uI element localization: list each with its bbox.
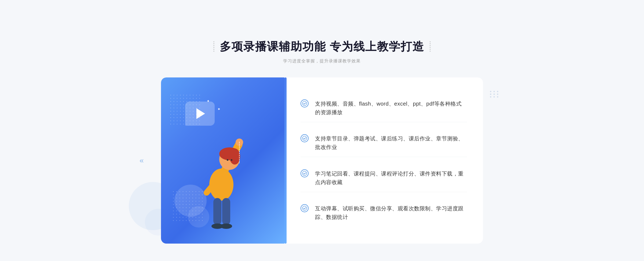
header-section: 多项录播课辅助功能 专为线上教学打造 学习进度全掌握，提升录播课教学效果 [213, 39, 431, 64]
svg-rect-10 [222, 198, 230, 225]
svg-point-14 [302, 101, 307, 106]
svg-point-16 [302, 171, 307, 176]
svg-point-5 [229, 148, 240, 165]
page-subtitle: 学习进度全掌握，提升录播课教学效果 [213, 58, 431, 64]
check-icon-2 [301, 134, 309, 142]
check-icon-4 [301, 204, 309, 212]
feature-text-1: 支持视频、音频、flash、word、excel、ppt、pdf等各种格式的资源… [315, 99, 467, 117]
check-icon-1 [301, 99, 309, 107]
left-separator-icon [213, 41, 214, 52]
feature-item-2: 支持章节目录、弹题考试、课后练习、课后作业、章节测验、批改作业 [301, 129, 467, 157]
illustration-panel: ✦ ✦ [161, 77, 284, 244]
svg-point-12 [220, 223, 232, 229]
feature-item-4: 互动弹幕、试听购买、微信分享、观看次数限制、学习进度跟踪、数据统计 [301, 199, 467, 227]
svg-point-17 [302, 206, 307, 210]
feature-text-3: 学习笔记回看、课程提问、课程评论打分、课件资料下载，重点内容收藏 [315, 169, 467, 187]
header-title-row: 多项录播课辅助功能 专为线上教学打造 [213, 39, 431, 54]
feature-item-1: 支持视频、音频、flash、word、excel、ppt、pdf等各种格式的资源… [301, 94, 467, 122]
features-panel: 支持视频、音频、flash、word、excel、ppt、pdf等各种格式的资源… [284, 77, 483, 244]
svg-rect-9 [213, 198, 221, 225]
person-illustration [180, 110, 266, 244]
content-area: « ✦ ✦ [161, 77, 483, 244]
svg-point-6 [227, 159, 228, 161]
feature-item-3: 学习笔记回看、课程提问、课程评论打分、课件资料下载，重点内容收藏 [301, 164, 467, 192]
page-title: 多项录播课辅助功能 专为线上教学打造 [220, 39, 424, 54]
sparkle-1: ✦ [207, 99, 210, 103]
svg-point-7 [231, 159, 232, 161]
top-right-dots-decoration [490, 91, 499, 98]
right-separator-icon [430, 41, 431, 52]
blue-accent-bar [284, 77, 287, 244]
svg-point-15 [302, 136, 307, 140]
feature-text-2: 支持章节目录、弹题考试、课后练习、课后作业、章节测验、批改作业 [315, 134, 467, 151]
check-icon-3 [301, 169, 309, 177]
page-container: 多项录播课辅助功能 专为线上教学打造 学习进度全掌握，提升录播课教学效果 « ✦… [0, 11, 644, 261]
feature-text-4: 互动弹幕、试听购买、微信分享、观看次数限制、学习进度跟踪、数据统计 [315, 204, 467, 221]
left-arrows-decoration: « [140, 156, 144, 165]
